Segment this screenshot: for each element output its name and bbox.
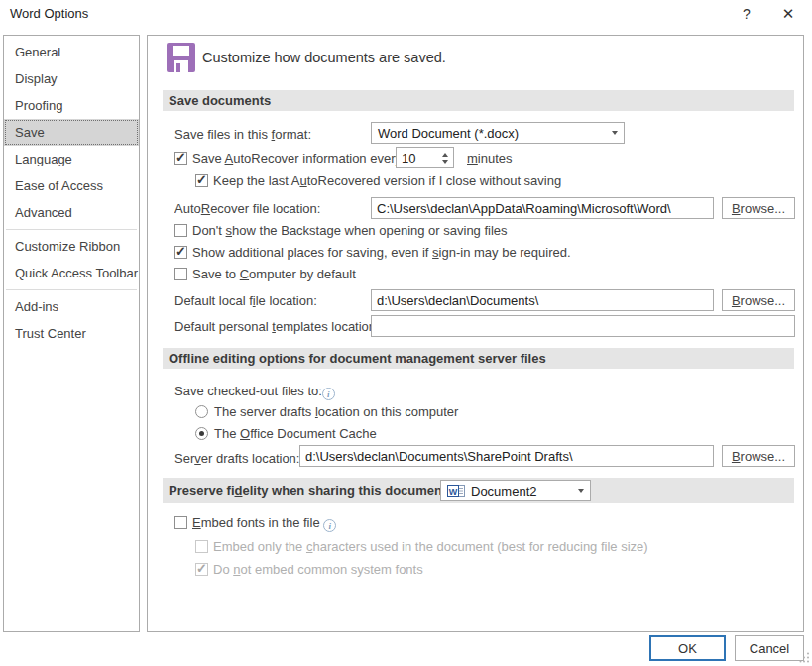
fidelity-document-dropdown[interactable]: W Document2 bbox=[440, 480, 591, 501]
section-header-offline-editing: Offline editing options for document man… bbox=[163, 348, 794, 369]
sidebar-item-customize-ribbon[interactable]: Customize Ribbon bbox=[4, 233, 139, 260]
resize-grip[interactable] bbox=[799, 652, 810, 663]
info-icon[interactable]: i bbox=[323, 519, 336, 532]
no-common-fonts-checkbox bbox=[195, 563, 208, 576]
sidebar-item-advanced[interactable]: Advanced bbox=[4, 199, 139, 226]
embed-fonts-label[interactable]: Embed fonts in the file i bbox=[192, 515, 336, 532]
stepper-arrows[interactable] bbox=[437, 153, 453, 164]
no-common-fonts-label: Do not embed common system fonts bbox=[213, 562, 423, 577]
autorecover-checkbox[interactable] bbox=[174, 152, 187, 165]
cancel-button[interactable]: Cancel bbox=[735, 635, 804, 661]
sidebar-item-quick-access-toolbar[interactable]: Quick Access Toolbar bbox=[4, 260, 139, 286]
save-format-value: Word Document (*.docx) bbox=[378, 126, 519, 141]
sidebar-item-trust-center[interactable]: Trust Center bbox=[4, 320, 139, 347]
stepper-down-icon[interactable] bbox=[442, 160, 448, 164]
embed-characters-label: Embed only the characters used in the do… bbox=[213, 539, 648, 554]
sidebar-divider bbox=[6, 229, 137, 230]
section-header-save-documents: Save documents bbox=[163, 90, 794, 111]
server-drafts-radio[interactable] bbox=[195, 405, 208, 418]
sidebar-item-add-ins[interactable]: Add-ins bbox=[4, 293, 139, 320]
server-drafts-radio-label[interactable]: The server drafts location on this compu… bbox=[214, 404, 458, 419]
chevron-down-icon bbox=[612, 131, 618, 135]
save-floppy-icon bbox=[167, 43, 195, 72]
default-local-browse-button[interactable]: Browse... bbox=[722, 289, 795, 311]
page-title: Customize how documents are saved. bbox=[202, 50, 446, 65]
svg-text:W: W bbox=[449, 487, 458, 497]
save-to-computer-label[interactable]: Save to Computer by default bbox=[192, 267, 356, 281]
keep-last-autorecovered-checkbox[interactable] bbox=[195, 174, 208, 187]
preserve-fidelity-label: Preserve fidelity when sharing this docu… bbox=[169, 483, 451, 498]
sidebar-item-display[interactable]: Display bbox=[4, 65, 139, 92]
section-header-preserve-fidelity: Preserve fidelity when sharing this docu… bbox=[163, 478, 794, 503]
chevron-down-icon bbox=[578, 489, 584, 493]
format-label: Save files in this format: bbox=[174, 127, 311, 142]
sidebar-item-save[interactable]: Save bbox=[4, 119, 139, 146]
sidebar: General Display Proofing Save Language E… bbox=[3, 35, 140, 632]
server-drafts-location-input[interactable] bbox=[299, 445, 714, 467]
dialog-title: Word Options bbox=[10, 6, 88, 21]
default-local-location-label: Default local file location: bbox=[174, 293, 317, 308]
server-drafts-location-label: Server drafts location: bbox=[174, 451, 299, 466]
show-additional-places-label[interactable]: Show additional places for saving, even … bbox=[192, 245, 571, 260]
autorecover-location-label: AutoRecover file location: bbox=[174, 201, 320, 216]
sidebar-item-general[interactable]: General bbox=[4, 39, 139, 65]
server-drafts-browse-button[interactable]: Browse... bbox=[722, 445, 795, 467]
autorecover-minutes-value: 10 bbox=[402, 151, 415, 166]
save-format-dropdown[interactable]: Word Document (*.docx) bbox=[371, 122, 625, 144]
dont-show-backstage-label[interactable]: Don't show the Backstage when opening or… bbox=[192, 223, 508, 238]
sidebar-divider bbox=[6, 289, 137, 290]
save-options-panel: Customize how documents are saved. Save … bbox=[147, 35, 804, 632]
close-icon[interactable]: ✕ bbox=[775, 2, 801, 26]
office-document-cache-radio-label[interactable]: The Office Document Cache bbox=[214, 426, 377, 441]
checked-out-files-label: Save checked-out files to:i bbox=[174, 384, 335, 400]
minutes-label: minutes bbox=[467, 151, 513, 166]
default-templates-location-label: Default personal templates location: bbox=[174, 319, 380, 334]
embed-fonts-checkbox[interactable] bbox=[174, 516, 187, 529]
ok-button[interactable]: OK bbox=[649, 635, 726, 661]
save-to-computer-checkbox[interactable] bbox=[174, 268, 187, 280]
sidebar-item-language[interactable]: Language bbox=[4, 146, 139, 172]
default-local-location-input[interactable] bbox=[371, 289, 714, 311]
autorecover-minutes-stepper[interactable]: 10 bbox=[396, 147, 454, 168]
stepper-up-icon[interactable] bbox=[442, 153, 448, 157]
autorecover-browse-button[interactable]: Browse... bbox=[722, 197, 795, 219]
sidebar-item-ease-of-access[interactable]: Ease of Access bbox=[4, 172, 139, 199]
keep-last-autorecovered-label[interactable]: Keep the last AutoRecovered version if I… bbox=[213, 173, 561, 188]
word-document-icon: W bbox=[447, 484, 466, 498]
info-icon[interactable]: i bbox=[322, 388, 335, 400]
office-document-cache-radio[interactable] bbox=[195, 427, 208, 440]
show-additional-places-checkbox[interactable] bbox=[174, 246, 187, 259]
dont-show-backstage-checkbox[interactable] bbox=[174, 224, 187, 237]
default-templates-location-input[interactable] bbox=[371, 315, 795, 337]
fidelity-document-value: Document2 bbox=[471, 484, 536, 499]
embed-characters-checkbox bbox=[195, 540, 208, 553]
autorecover-location-input[interactable] bbox=[371, 197, 714, 219]
word-options-dialog: Word Options ? ✕ General Display Proofin… bbox=[0, 0, 812, 666]
autorecover-checkbox-label[interactable]: Save AutoRecover information every bbox=[192, 151, 402, 166]
help-icon[interactable]: ? bbox=[735, 2, 758, 26]
sidebar-item-proofing[interactable]: Proofing bbox=[4, 92, 139, 119]
